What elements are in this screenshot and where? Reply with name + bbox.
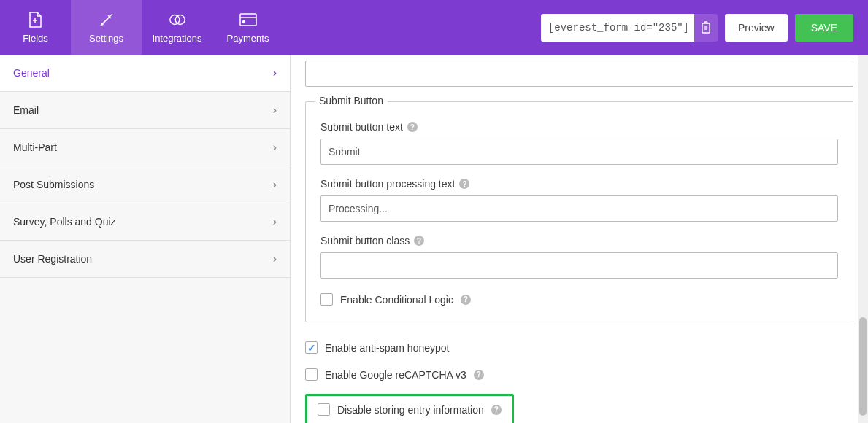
scrollbar-thumb[interactable] bbox=[859, 317, 867, 416]
tab-label: Payments bbox=[227, 33, 269, 44]
sidebar-item-label: User Registration bbox=[13, 253, 92, 265]
copy-button[interactable] bbox=[694, 14, 718, 42]
sidebar-item-survey[interactable]: Survey, Polls and Quiz › bbox=[0, 203, 290, 241]
help-icon[interactable]: ? bbox=[407, 122, 418, 132]
shortcode-input[interactable] bbox=[541, 14, 694, 42]
circles-icon bbox=[169, 11, 186, 28]
sidebar-item-user-registration[interactable]: User Registration › bbox=[0, 241, 290, 278]
sidebar-item-general[interactable]: General › bbox=[0, 55, 290, 92]
tools-icon bbox=[98, 11, 115, 28]
sidebar-item-email[interactable]: Email › bbox=[0, 92, 290, 129]
chevron-right-icon: › bbox=[273, 252, 277, 265]
scrollbar-track bbox=[858, 55, 868, 423]
disable-storing-checkbox[interactable] bbox=[318, 403, 330, 416]
tab-integrations[interactable]: Integrations bbox=[142, 0, 212, 55]
svg-rect-8 bbox=[702, 23, 710, 33]
topbar: Fields Settings Integrations Payments Pr… bbox=[0, 0, 868, 55]
tab-label: Integrations bbox=[153, 33, 202, 44]
recaptcha-label: Enable Google reCAPTCHA v3 bbox=[325, 369, 466, 381]
topbar-right: Preview SAVE bbox=[541, 0, 868, 55]
chevron-right-icon: › bbox=[273, 178, 277, 191]
submit-text-input[interactable] bbox=[320, 139, 838, 165]
recaptcha-checkbox[interactable] bbox=[305, 368, 318, 381]
help-icon[interactable]: ? bbox=[491, 405, 502, 415]
help-icon[interactable]: ? bbox=[474, 370, 484, 380]
chevron-right-icon: › bbox=[273, 104, 277, 117]
sidebar-item-label: Survey, Polls and Quiz bbox=[13, 216, 116, 228]
submit-processing-input[interactable] bbox=[320, 195, 838, 222]
tab-settings[interactable]: Settings bbox=[71, 0, 142, 55]
save-button[interactable]: SAVE bbox=[795, 14, 853, 42]
honeypot-row: Enable anti-spam honeypot bbox=[305, 341, 853, 354]
form-class-input[interactable] bbox=[305, 61, 853, 87]
sidebar-item-label: Email bbox=[13, 104, 39, 116]
content: Form Class ? Submit Button Submit button… bbox=[291, 55, 868, 423]
file-icon bbox=[27, 11, 45, 28]
fieldset-legend: Submit Button bbox=[315, 95, 388, 106]
label-text: Submit button class bbox=[320, 235, 410, 247]
svg-point-7 bbox=[242, 21, 245, 23]
honeypot-label: Enable anti-spam honeypot bbox=[325, 342, 449, 354]
disable-storing-highlight: Disable storing entry information ? bbox=[305, 394, 514, 423]
card-icon bbox=[239, 11, 257, 28]
sidebar-item-label: Post Submissions bbox=[13, 179, 94, 190]
tab-label: Settings bbox=[89, 33, 123, 44]
submit-class-label: Submit button class ? bbox=[320, 235, 838, 247]
conditional-logic-checkbox[interactable] bbox=[320, 293, 333, 306]
disable-storing-label: Disable storing entry information bbox=[337, 404, 484, 416]
preview-button[interactable]: Preview bbox=[725, 14, 788, 42]
help-icon[interactable]: ? bbox=[461, 295, 471, 305]
help-icon[interactable]: ? bbox=[414, 236, 424, 246]
chevron-right-icon: › bbox=[273, 215, 277, 228]
chevron-right-icon: › bbox=[273, 141, 277, 154]
submit-processing-label: Submit button processing text ? bbox=[320, 178, 838, 190]
submit-button-fieldset: Submit Button Submit button text ? Submi… bbox=[305, 101, 853, 322]
clipboard-icon bbox=[700, 21, 712, 34]
svg-rect-5 bbox=[240, 14, 256, 26]
tab-payments[interactable]: Payments bbox=[212, 0, 283, 55]
shortcode-box bbox=[541, 14, 718, 42]
tab-label: Fields bbox=[23, 33, 48, 44]
svg-point-3 bbox=[169, 15, 179, 25]
tab-fields[interactable]: Fields bbox=[0, 0, 71, 55]
main: General › Email › Multi-Part › Post Subm… bbox=[0, 55, 868, 423]
sidebar-item-label: General bbox=[13, 67, 50, 79]
svg-point-4 bbox=[175, 15, 185, 25]
disable-storing-row: Disable storing entry information ? bbox=[318, 403, 502, 416]
honeypot-checkbox[interactable] bbox=[305, 341, 318, 354]
sidebar: General › Email › Multi-Part › Post Subm… bbox=[0, 55, 291, 423]
label-text: Submit button processing text bbox=[320, 178, 455, 190]
sidebar-item-label: Multi-Part bbox=[13, 141, 57, 153]
submit-class-input[interactable] bbox=[320, 252, 838, 279]
label-text: Submit button text bbox=[320, 121, 403, 133]
conditional-logic-label: Enable Conditional Logic bbox=[340, 294, 453, 306]
sidebar-item-post-submissions[interactable]: Post Submissions › bbox=[0, 166, 290, 203]
help-icon[interactable]: ? bbox=[459, 179, 469, 189]
conditional-logic-row: Enable Conditional Logic ? bbox=[320, 293, 838, 306]
chevron-right-icon: › bbox=[273, 66, 277, 79]
submit-text-label: Submit button text ? bbox=[320, 121, 838, 133]
sidebar-item-multipart[interactable]: Multi-Part › bbox=[0, 129, 290, 166]
recaptcha-row: Enable Google reCAPTCHA v3 ? bbox=[305, 368, 853, 381]
